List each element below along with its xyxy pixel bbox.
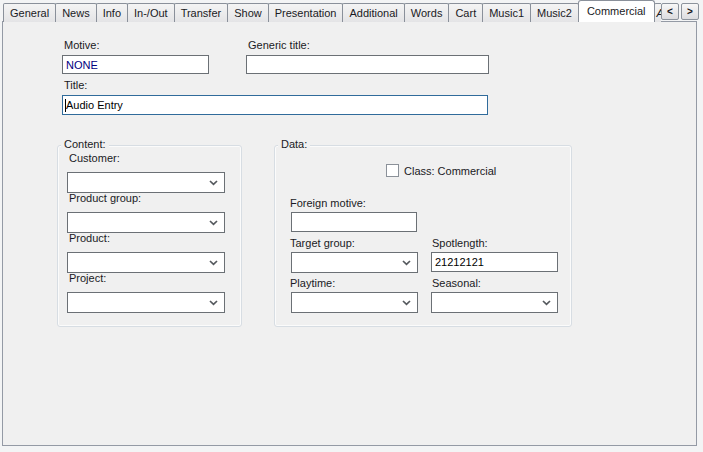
project-combobox[interactable]	[67, 292, 225, 313]
generic-title-label: Generic title:	[248, 39, 310, 51]
tab-music2[interactable]: Music2	[530, 3, 579, 22]
project-label: Project:	[69, 272, 106, 284]
title-label: Title:	[64, 79, 87, 91]
spotlength-input[interactable]	[431, 252, 558, 272]
tab-music1[interactable]: Music1	[482, 3, 531, 22]
playtime-combobox[interactable]	[291, 292, 418, 313]
tab-commercial[interactable]: Commercial	[578, 0, 655, 22]
foreign-motive-label: Foreign motive:	[290, 197, 366, 209]
chevron-down-icon	[402, 260, 411, 266]
generic-title-input[interactable]	[246, 55, 489, 74]
tab-in-out[interactable]: In-/Out	[127, 3, 175, 22]
tab-additional[interactable]: Additional	[342, 3, 404, 22]
title-input-wrap	[62, 95, 488, 115]
class-commercial-checkbox[interactable]	[386, 164, 399, 177]
seasonal-combobox[interactable]	[431, 292, 558, 313]
tab-transfer[interactable]: Transfer	[174, 3, 229, 22]
product-group-combobox[interactable]	[67, 212, 225, 233]
target-group-label: Target group:	[290, 237, 355, 249]
title-input[interactable]	[62, 95, 488, 115]
tab-presentation[interactable]: Presentation	[268, 3, 344, 22]
product-combobox[interactable]	[67, 252, 225, 273]
motive-label: Motive:	[64, 39, 99, 51]
product-group-label: Product group:	[69, 192, 141, 204]
tab-scroll-right-button[interactable]: >	[681, 3, 699, 20]
tab-scroll-buttons: < >	[661, 3, 699, 20]
chevron-down-icon	[209, 220, 218, 226]
tab-partial-clipped[interactable]: A	[654, 3, 661, 22]
target-group-combobox[interactable]	[291, 252, 418, 273]
content-groupbox: Content: Customer: Product group: Produc…	[57, 145, 242, 327]
chevron-down-icon	[542, 300, 551, 306]
content-group-legend: Content:	[61, 138, 109, 150]
spotlength-label: Spotlength:	[432, 237, 488, 249]
customer-label: Customer:	[69, 152, 120, 164]
chevron-down-icon	[209, 300, 218, 306]
tab-general[interactable]: General	[3, 3, 56, 22]
chevron-down-icon	[209, 180, 218, 186]
commercial-tab-screen: General News Info In-/Out Transfer Show …	[0, 0, 703, 452]
text-caret	[65, 99, 66, 112]
tab-strip: General News Info In-/Out Transfer Show …	[3, 0, 661, 22]
tab-news[interactable]: News	[55, 3, 97, 22]
data-group-legend: Data:	[278, 138, 310, 150]
chevron-down-icon	[209, 260, 218, 266]
tab-scroll-left-button[interactable]: <	[661, 3, 679, 20]
product-label: Product:	[69, 232, 110, 244]
chevron-down-icon	[402, 300, 411, 306]
data-groupbox: Data: Class: Commercial Foreign motive: …	[274, 145, 572, 327]
tab-show[interactable]: Show	[227, 3, 269, 22]
motive-input[interactable]	[62, 55, 209, 74]
seasonal-label: Seasonal:	[432, 277, 481, 289]
class-commercial-label: Class: Commercial	[404, 165, 496, 177]
foreign-motive-input[interactable]	[291, 212, 417, 232]
tab-words[interactable]: Words	[404, 3, 450, 22]
playtime-label: Playtime:	[290, 277, 335, 289]
tab-info[interactable]: Info	[96, 3, 128, 22]
tab-cart[interactable]: Cart	[448, 3, 483, 22]
customer-combobox[interactable]	[67, 172, 225, 193]
